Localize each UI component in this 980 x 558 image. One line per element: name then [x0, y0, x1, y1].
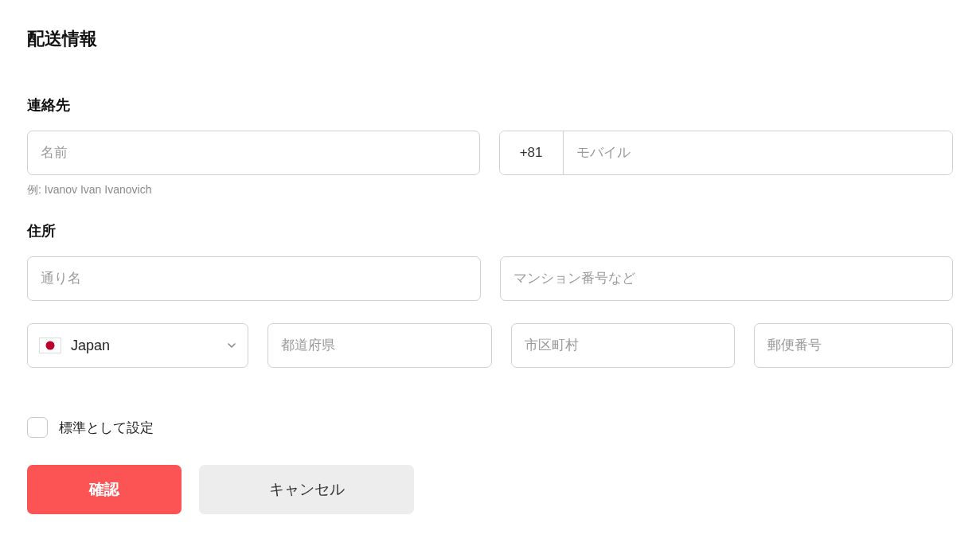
apartment-input[interactable] [500, 256, 954, 301]
cancel-button[interactable]: キャンセル [199, 465, 414, 514]
city-input[interactable] [511, 323, 736, 368]
street-input[interactable] [27, 256, 481, 301]
name-hint: 例: Ivanov Ivan Ivanovich [27, 183, 480, 197]
default-checkbox[interactable] [27, 417, 48, 438]
page-title: 配送情報 [27, 27, 953, 51]
postal-input[interactable] [754, 323, 953, 368]
address-section-label: 住所 [27, 221, 953, 240]
japan-flag-icon [39, 338, 61, 353]
default-checkbox-label: 標準として設定 [59, 419, 154, 437]
prefecture-input[interactable] [267, 323, 492, 368]
phone-prefix[interactable]: +81 [500, 131, 564, 174]
phone-field-group: +81 [499, 131, 954, 175]
confirm-button[interactable]: 確認 [27, 465, 182, 514]
country-name: Japan [71, 338, 227, 354]
chevron-down-icon [227, 341, 236, 350]
contact-section-label: 連絡先 [27, 96, 953, 115]
phone-input[interactable] [564, 131, 952, 174]
country-select[interactable]: Japan [27, 323, 248, 368]
name-input[interactable] [27, 131, 480, 175]
